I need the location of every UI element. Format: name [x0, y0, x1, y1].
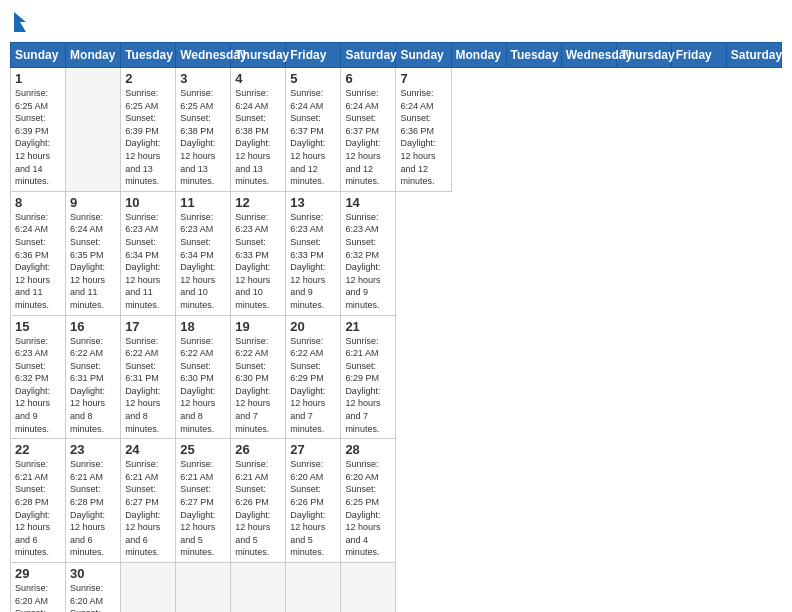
day-9: 9Sunrise: 6:24 AM Sunset: 6:35 PM Daylig…: [66, 191, 121, 315]
empty-cell: [341, 563, 396, 613]
empty-cell: [286, 563, 341, 613]
day-27: 27Sunrise: 6:20 AM Sunset: 6:26 PM Dayli…: [286, 439, 341, 563]
day-1: 1Sunrise: 6:25 AM Sunset: 6:39 PM Daylig…: [11, 68, 66, 192]
header-wednesday: Wednesday: [561, 43, 616, 68]
header-saturday: Saturday: [341, 43, 396, 68]
header-wednesday: Wednesday: [176, 43, 231, 68]
day-22: 22Sunrise: 6:21 AM Sunset: 6:28 PM Dayli…: [11, 439, 66, 563]
header-monday: Monday: [451, 43, 506, 68]
header-sunday: Sunday: [396, 43, 451, 68]
day-5: 5Sunrise: 6:24 AM Sunset: 6:37 PM Daylig…: [286, 68, 341, 192]
day-26: 26Sunrise: 6:21 AM Sunset: 6:26 PM Dayli…: [231, 439, 286, 563]
calendar-table: SundayMondayTuesdayWednesdayThursdayFrid…: [10, 42, 782, 612]
day-30: 30Sunrise: 6:20 AM Sunset: 6:24 PM Dayli…: [66, 563, 121, 613]
day-3: 3Sunrise: 6:25 AM Sunset: 6:38 PM Daylig…: [176, 68, 231, 192]
header-thursday: Thursday: [231, 43, 286, 68]
page-header: [10, 10, 782, 34]
calendar-week-4: 22Sunrise: 6:21 AM Sunset: 6:28 PM Dayli…: [11, 439, 782, 563]
day-15: 15Sunrise: 6:23 AM Sunset: 6:32 PM Dayli…: [11, 315, 66, 439]
day-20: 20Sunrise: 6:22 AM Sunset: 6:29 PM Dayli…: [286, 315, 341, 439]
day-19: 19Sunrise: 6:22 AM Sunset: 6:30 PM Dayli…: [231, 315, 286, 439]
day-6: 6Sunrise: 6:24 AM Sunset: 6:37 PM Daylig…: [341, 68, 396, 192]
empty-cell: [121, 563, 176, 613]
svg-marker-0: [14, 12, 26, 32]
day-8: 8Sunrise: 6:24 AM Sunset: 6:36 PM Daylig…: [11, 191, 66, 315]
day-18: 18Sunrise: 6:22 AM Sunset: 6:30 PM Dayli…: [176, 315, 231, 439]
logo: [10, 10, 36, 34]
day-10: 10Sunrise: 6:23 AM Sunset: 6:34 PM Dayli…: [121, 191, 176, 315]
logo-icon: [10, 10, 30, 34]
header-tuesday: Tuesday: [121, 43, 176, 68]
day-4: 4Sunrise: 6:24 AM Sunset: 6:38 PM Daylig…: [231, 68, 286, 192]
calendar-week-3: 15Sunrise: 6:23 AM Sunset: 6:32 PM Dayli…: [11, 315, 782, 439]
day-14: 14Sunrise: 6:23 AM Sunset: 6:32 PM Dayli…: [341, 191, 396, 315]
header-sunday: Sunday: [11, 43, 66, 68]
day-11: 11Sunrise: 6:23 AM Sunset: 6:34 PM Dayli…: [176, 191, 231, 315]
empty-cell: [66, 68, 121, 192]
day-25: 25Sunrise: 6:21 AM Sunset: 6:27 PM Dayli…: [176, 439, 231, 563]
header-thursday: Thursday: [616, 43, 671, 68]
header-friday: Friday: [671, 43, 726, 68]
day-28: 28Sunrise: 6:20 AM Sunset: 6:25 PM Dayli…: [341, 439, 396, 563]
header-monday: Monday: [66, 43, 121, 68]
day-7: 7Sunrise: 6:24 AM Sunset: 6:36 PM Daylig…: [396, 68, 451, 192]
calendar-week-1: 1Sunrise: 6:25 AM Sunset: 6:39 PM Daylig…: [11, 68, 782, 192]
calendar-header-row: SundayMondayTuesdayWednesdayThursdayFrid…: [11, 43, 782, 68]
calendar-week-5: 29Sunrise: 6:20 AM Sunset: 6:25 PM Dayli…: [11, 563, 782, 613]
day-23: 23Sunrise: 6:21 AM Sunset: 6:28 PM Dayli…: [66, 439, 121, 563]
day-12: 12Sunrise: 6:23 AM Sunset: 6:33 PM Dayli…: [231, 191, 286, 315]
day-24: 24Sunrise: 6:21 AM Sunset: 6:27 PM Dayli…: [121, 439, 176, 563]
empty-cell: [231, 563, 286, 613]
day-2: 2Sunrise: 6:25 AM Sunset: 6:39 PM Daylig…: [121, 68, 176, 192]
day-16: 16Sunrise: 6:22 AM Sunset: 6:31 PM Dayli…: [66, 315, 121, 439]
header-tuesday: Tuesday: [506, 43, 561, 68]
day-17: 17Sunrise: 6:22 AM Sunset: 6:31 PM Dayli…: [121, 315, 176, 439]
header-saturday: Saturday: [726, 43, 781, 68]
day-21: 21Sunrise: 6:21 AM Sunset: 6:29 PM Dayli…: [341, 315, 396, 439]
empty-cell: [176, 563, 231, 613]
calendar-week-2: 8Sunrise: 6:24 AM Sunset: 6:36 PM Daylig…: [11, 191, 782, 315]
day-29: 29Sunrise: 6:20 AM Sunset: 6:25 PM Dayli…: [11, 563, 66, 613]
header-friday: Friday: [286, 43, 341, 68]
day-13: 13Sunrise: 6:23 AM Sunset: 6:33 PM Dayli…: [286, 191, 341, 315]
